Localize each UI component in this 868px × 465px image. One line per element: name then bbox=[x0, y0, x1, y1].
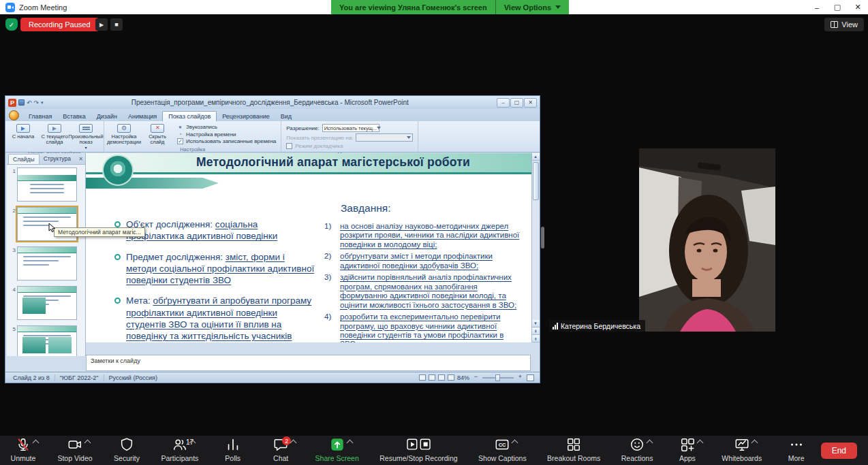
zoom-slider-thumb[interactable] bbox=[495, 374, 500, 381]
chevron-up-icon[interactable] bbox=[647, 440, 653, 447]
setup-slideshow-button[interactable]: ⚙ Настройка демонстрации bbox=[106, 123, 142, 146]
view-layout-button[interactable]: View bbox=[824, 18, 864, 31]
previous-slide-icon[interactable]: ⇞ bbox=[532, 327, 540, 335]
slide-title: Методологічний апарат магістерської робо… bbox=[140, 155, 526, 170]
resume-recording-button[interactable]: ▶ bbox=[95, 18, 108, 31]
slide-sorter-view-icon[interactable] bbox=[429, 374, 435, 381]
ppt-restore-button[interactable]: ▢ bbox=[510, 98, 523, 108]
maximize-button[interactable]: ▢ bbox=[827, 0, 848, 14]
setup-slideshow-label: Настройка демонстрации bbox=[106, 134, 142, 146]
ppt-close-button[interactable]: ✕ bbox=[524, 98, 537, 108]
normal-view-icon[interactable] bbox=[419, 374, 426, 381]
tab-slides[interactable]: Слайды bbox=[8, 154, 40, 164]
next-slide-icon[interactable]: ⇟ bbox=[532, 335, 540, 342]
toolbar-polls-button[interactable]: Polls bbox=[219, 436, 247, 465]
zoom-percent[interactable]: 84% bbox=[457, 374, 469, 381]
toolbar-apps-button[interactable]: Apps bbox=[674, 436, 701, 465]
panel-close-icon[interactable]: ✕ bbox=[78, 156, 83, 162]
toolbar-more-button[interactable]: More bbox=[783, 436, 810, 465]
slideshow-current-icon bbox=[48, 124, 61, 133]
zoom-in-icon[interactable]: + bbox=[516, 374, 524, 381]
custom-slideshow-button[interactable]: Произвольный показ ▾ bbox=[70, 123, 102, 150]
fit-to-window-icon[interactable] bbox=[527, 374, 534, 381]
ppt-minimize-button[interactable]: – bbox=[497, 98, 510, 108]
end-meeting-button[interactable]: End bbox=[821, 443, 857, 459]
shared-screen-scrollbar-thumb[interactable] bbox=[541, 227, 544, 248]
scroll-down-icon[interactable]: ▼ bbox=[532, 320, 540, 327]
close-button[interactable]: ✕ bbox=[848, 0, 868, 14]
checkbox-unchecked-icon[interactable] bbox=[286, 143, 292, 149]
ppt-tab-animatsiya[interactable]: Анимация bbox=[123, 112, 162, 121]
status-language[interactable]: Русский (Россия) bbox=[104, 374, 162, 381]
toolbar-unmute-button[interactable]: Unmute bbox=[10, 436, 37, 465]
setup-gear-icon: ⚙ bbox=[117, 124, 131, 133]
from-beginning-button[interactable]: С начала bbox=[7, 123, 39, 140]
slideshow-play-icon bbox=[16, 124, 30, 133]
slide-scrollbar[interactable]: ▲ ▼ ⇞ ⇟ bbox=[531, 153, 539, 342]
undo-icon[interactable]: ↶ bbox=[27, 99, 32, 106]
redo-icon[interactable]: ↷ bbox=[34, 99, 40, 106]
bullet-text: Предмет дослідження: зміст, форми і мето… bbox=[126, 251, 315, 287]
chevron-up-icon[interactable] bbox=[290, 440, 297, 447]
toolbar-security-button[interactable]: Security bbox=[113, 436, 140, 465]
zoom-slider[interactable] bbox=[482, 377, 514, 379]
toolbar-share-screen-button[interactable]: Share Screen bbox=[315, 436, 359, 465]
show-on-label: Показать презентацию на: bbox=[286, 135, 353, 141]
chevron-up-icon[interactable] bbox=[346, 440, 353, 447]
scrollbar-thumb[interactable] bbox=[533, 162, 539, 200]
slide-thumbnail-5[interactable] bbox=[17, 325, 77, 356]
chevron-up-icon[interactable] bbox=[84, 440, 91, 447]
minimize-button[interactable]: – bbox=[807, 0, 827, 14]
resolution-dropdown[interactable]: Использовать текущ... bbox=[322, 124, 379, 132]
task-text: обґрунтувати зміст і методи профілактики… bbox=[340, 252, 523, 270]
toolbar-record-button[interactable]: Resume/Stop Recording bbox=[379, 436, 457, 465]
stop-recording-button[interactable]: ■ bbox=[110, 18, 123, 31]
ppt-tab-dizain[interactable]: Дизайн bbox=[91, 112, 123, 121]
record-narration-option[interactable]: ● Звукозапись bbox=[177, 124, 276, 130]
office-button[interactable] bbox=[9, 110, 19, 121]
toolbar-reactions-button[interactable]: Reactions bbox=[621, 436, 653, 465]
chevron-up-icon[interactable] bbox=[33, 440, 40, 447]
ppt-tab-vid[interactable]: Вид bbox=[275, 112, 297, 121]
ppt-window-controls: – ▢ ✕ bbox=[497, 98, 537, 108]
zoom-out-icon[interactable]: − bbox=[472, 374, 480, 381]
toolbar-participants-button[interactable]: 17Participants bbox=[161, 436, 198, 465]
ppt-tab-glavnaya[interactable]: Главная bbox=[23, 112, 57, 121]
smiley-icon bbox=[630, 437, 645, 455]
slide-thumbnail-3[interactable] bbox=[17, 246, 77, 280]
rehearse-timings-option[interactable]: ◔ Настройка времени bbox=[177, 131, 276, 138]
toolbar-iconrow bbox=[722, 438, 762, 454]
chevron-up-icon[interactable] bbox=[751, 440, 758, 447]
slide-canvas[interactable]: Методологічний апарат магістерської робо… bbox=[86, 153, 533, 342]
view-options-button[interactable]: View Options bbox=[495, 0, 569, 14]
save-icon[interactable] bbox=[18, 99, 25, 106]
group-label-setup: Настройка bbox=[106, 146, 279, 153]
toolbar-label: Security bbox=[114, 454, 140, 462]
ppt-tab-retsenzirovanie[interactable]: Рецензирование bbox=[217, 112, 275, 121]
participant-video-tile[interactable] bbox=[639, 148, 775, 332]
notes-pane[interactable]: Заметки к слайду bbox=[86, 355, 531, 371]
checkbox-checked-icon: ✓ bbox=[177, 138, 183, 144]
reading-view-icon[interactable] bbox=[438, 374, 445, 381]
toolbar-breakout-button[interactable]: Breakout Rooms bbox=[547, 436, 600, 465]
chevron-up-icon[interactable] bbox=[696, 440, 703, 447]
toolbar-chat-button[interactable]: 2Chat bbox=[267, 436, 294, 465]
slide-thumbnail-1[interactable] bbox=[17, 167, 77, 202]
toolbar-stop-video-button[interactable]: Stop Video bbox=[57, 436, 92, 465]
ppt-tab-vstavka[interactable]: Вставка bbox=[57, 112, 91, 121]
hide-slide-button[interactable]: Скрыть слайд bbox=[142, 123, 173, 146]
chevron-up-icon[interactable] bbox=[512, 440, 518, 447]
slideshow-view-icon[interactable] bbox=[448, 374, 454, 381]
tab-outline[interactable]: Структура bbox=[40, 154, 75, 163]
toolbar-captions-button[interactable]: CCShow Captions bbox=[478, 436, 527, 465]
ribbon-group-setup: ⚙ Настройка демонстрации Скрыть слайд ● … bbox=[104, 121, 281, 152]
slide-thumbnail-4[interactable] bbox=[17, 286, 77, 320]
toolbar-whiteboards-button[interactable]: Whiteboards bbox=[722, 436, 762, 465]
scroll-up-icon[interactable]: ▲ bbox=[532, 153, 540, 161]
from-current-slide-button[interactable]: С текущего слайда bbox=[39, 123, 70, 146]
resolution-value: Использовать текущ... bbox=[324, 125, 377, 131]
slide-number: 4 bbox=[8, 286, 16, 320]
use-timings-checkbox[interactable]: ✓ Использовать записанные времена bbox=[177, 138, 276, 144]
encryption-shield-icon: ✓ bbox=[5, 18, 18, 31]
ppt-tab-pokaz-slaidov[interactable]: Показ слайдов bbox=[162, 111, 217, 121]
